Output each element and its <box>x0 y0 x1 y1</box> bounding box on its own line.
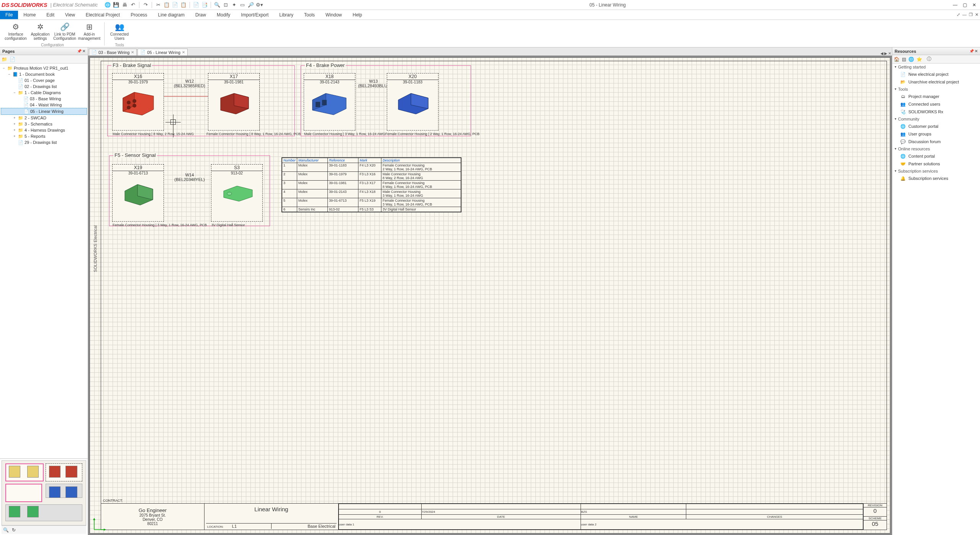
tree-item[interactable]: 📄01 - Cover page <box>1 77 87 83</box>
res-item-partner-solutions[interactable]: 🤝Partner solutions <box>892 160 980 168</box>
connector-x17[interactable]: X17 39-01-1981 Female Connector Housing … <box>208 73 260 130</box>
menu-modify[interactable]: Modify <box>211 11 236 19</box>
res-item-unarchive-electrical-project[interactable]: 📂Unarchive electrical project <box>892 78 980 86</box>
tree-item[interactable]: 📄02 - Drawings list <box>1 83 87 90</box>
tree-item[interactable]: 📄04 - Waist Wiring <box>1 102 87 108</box>
refresh-icon[interactable]: ↻ <box>12 527 16 533</box>
list-icon[interactable]: ▤ <box>902 57 906 62</box>
ribbon-interface-configuration[interactable]: ⚙Interface configuration <box>4 21 28 41</box>
res-item-new-electrical-project[interactable]: 📄New electrical project <box>892 70 980 78</box>
close-icon[interactable]: ✕ <box>972 2 976 8</box>
res-item-connected-users[interactable]: 👥Connected users <box>892 100 980 108</box>
globe-icon[interactable]: 🌐 <box>908 57 914 62</box>
res-item-discussion-forum[interactable]: 💬Discussion forum <box>892 138 980 145</box>
tree-toggle-icon[interactable]: + <box>12 122 17 126</box>
tree-toggle-icon[interactable]: − <box>7 72 11 76</box>
zoom-fit-icon[interactable]: ⊡ <box>223 2 229 8</box>
zoom-icon[interactable]: 🔍 <box>3 527 9 533</box>
ribbon-connected-users[interactable]: 👥Connected Users <box>108 21 131 41</box>
pan-icon[interactable]: ✦ <box>231 2 237 8</box>
save-icon[interactable]: 💾 <box>113 2 119 8</box>
copy-icon[interactable]: 📋 <box>164 2 170 8</box>
drawing-canvas[interactable]: SOLIDWORKS Electrical F3 - Brake Signal … <box>90 57 890 533</box>
tree-item[interactable]: 📄29 - Drawings list <box>1 139 87 145</box>
ribbon-link-to-pdm-configuration[interactable]: 🔗Link to PDM Configuration <box>53 21 77 41</box>
res-item-solidworks-rx[interactable]: 🩺SOLIDWORKS Rx <box>892 108 980 116</box>
pin-icon[interactable]: 📌 <box>77 49 82 53</box>
tree-toggle-icon[interactable]: − <box>12 91 17 95</box>
star-icon[interactable]: ⭐ <box>916 57 922 62</box>
doc-tab[interactable]: 📄03 - Base Wiring✕ <box>89 49 137 55</box>
thumbnail[interactable] <box>2 460 86 525</box>
home-icon[interactable]: 🏠 <box>894 57 900 62</box>
minimize-icon[interactable]: — <box>953 2 957 8</box>
undo-icon[interactable]: ↶ <box>130 2 136 8</box>
menu-edit[interactable]: Edit <box>41 11 60 19</box>
menu-tools[interactable]: Tools <box>299 11 320 19</box>
tree-toggle-icon[interactable]: + <box>12 116 17 120</box>
res-section-header[interactable]: Subscription services <box>892 168 980 175</box>
expand-icon[interactable]: ⤢ <box>957 12 960 17</box>
redo-icon[interactable]: ↷ <box>142 2 149 8</box>
paste-icon[interactable]: 📄 <box>172 2 178 8</box>
tree-toggle-icon[interactable]: + <box>12 128 17 132</box>
menu-help[interactable]: Help <box>347 11 368 19</box>
res-item-project-manager[interactable]: 🗂Project manager <box>892 93 980 100</box>
ribbon-application-settings[interactable]: ✲Application settings <box>28 21 52 41</box>
tree-item[interactable]: +📁5 - Reports <box>1 133 87 139</box>
connector-x20[interactable]: X20 39-01-1183 Female Connector Housing … <box>387 73 438 130</box>
sensor-s3[interactable]: S3 913-02 3V Digital Hall Sensor <box>211 164 263 222</box>
res-item-user-groups[interactable]: 👥User groups <box>892 130 980 138</box>
close2-icon[interactable]: ✕ <box>975 12 978 17</box>
tab-prev-icon[interactable]: ◀ <box>880 51 883 55</box>
res-section-header[interactable]: Community <box>892 116 980 122</box>
pages-tree[interactable]: −📁Proteus Motion V2 PR1_out1−📘1 - Docume… <box>0 64 88 458</box>
menu-home[interactable]: Home <box>18 11 41 19</box>
zoom-in-icon[interactable]: 🔍 <box>214 2 220 8</box>
file-menu[interactable]: File <box>0 11 18 19</box>
connector-x19[interactable]: X19 39-01-6713 Female Connector Housing … <box>112 164 164 222</box>
paste-special-icon[interactable]: 📋 <box>180 2 187 8</box>
res-section-header[interactable]: Online resources <box>892 145 980 152</box>
doc-tab[interactable]: 📄05 - Linear Wiring✕ <box>137 49 188 55</box>
tree-item[interactable]: −📁Proteus Motion V2 PR1_out1 <box>1 65 87 71</box>
table-row[interactable]: 3Molex39-01-1981F3 L3 X17Female Connecto… <box>282 181 461 189</box>
close-panel-icon[interactable]: ✕ <box>82 49 85 53</box>
info-icon[interactable]: ⓘ <box>927 56 931 62</box>
menu-electrical-project[interactable]: Electrical Project <box>80 11 125 19</box>
new-page-icon[interactable]: 📄 <box>10 57 15 62</box>
res-section-header[interactable]: Tools <box>892 86 980 93</box>
new-folder-icon[interactable]: 📁 <box>2 57 7 62</box>
ribbon-add-in-management[interactable]: ⊞Add-in management <box>77 21 101 41</box>
table-row[interactable]: 5Molex39-01-6713F5 L3 X19Female Connecto… <box>282 198 461 207</box>
menu-process[interactable]: Process <box>125 11 152 19</box>
res-item-content-portal[interactable]: 🌐Content portal <box>892 152 980 160</box>
table-row[interactable]: 6Sensirs Inc913-02F5 L3 S33V Digital Hal… <box>282 207 461 212</box>
tree-item[interactable]: +📁3 - Schematics <box>1 121 87 127</box>
tab-next-icon[interactable]: ▶ <box>884 51 887 55</box>
tree-item[interactable]: −📘1 - Document book <box>1 71 87 77</box>
menu-view[interactable]: View <box>60 11 80 19</box>
close-panel-icon[interactable]: ✕ <box>975 49 978 53</box>
settings-icon[interactable]: ⚙▾ <box>256 2 262 8</box>
tree-item[interactable]: 📄03 - Base Wiring <box>1 96 87 102</box>
restore-icon[interactable]: ❐ <box>969 12 973 17</box>
tree-item[interactable]: 📄05 - Linear Wiring <box>1 108 87 115</box>
menu-window[interactable]: Window <box>320 11 347 19</box>
cut-icon[interactable]: ✂ <box>155 2 161 8</box>
tab-close-icon[interactable]: ✕ <box>182 50 185 54</box>
tree-toggle-icon[interactable]: + <box>12 134 17 138</box>
doc2-icon[interactable]: 📑 <box>201 2 208 8</box>
connector-x18[interactable]: X18 39-01-2143 Male Connector Housing | … <box>304 73 355 130</box>
tree-item[interactable]: +📁2 - SWCAD <box>1 115 87 121</box>
tab-close-icon[interactable]: ✕ <box>888 51 891 55</box>
tab-close-icon[interactable]: ✕ <box>131 50 134 54</box>
pin-icon[interactable]: 📌 <box>969 49 974 53</box>
doc1-icon[interactable]: 📄 <box>193 2 199 8</box>
bom-table[interactable]: Number Manufacturer Reference Mark Descr… <box>281 157 461 212</box>
tree-item[interactable]: −📁1 - Cable Diagrams <box>1 90 87 96</box>
tree-toggle-icon[interactable]: − <box>2 66 6 70</box>
table-row[interactable]: 2Molex39-01-1979F3 L3 X16Male Connector … <box>282 172 461 181</box>
table-row[interactable]: 1Molex39-01-1183F4 L3 X20Female Connecto… <box>282 163 461 172</box>
res-item-customer-portal[interactable]: 🌐Customer portal <box>892 122 980 130</box>
